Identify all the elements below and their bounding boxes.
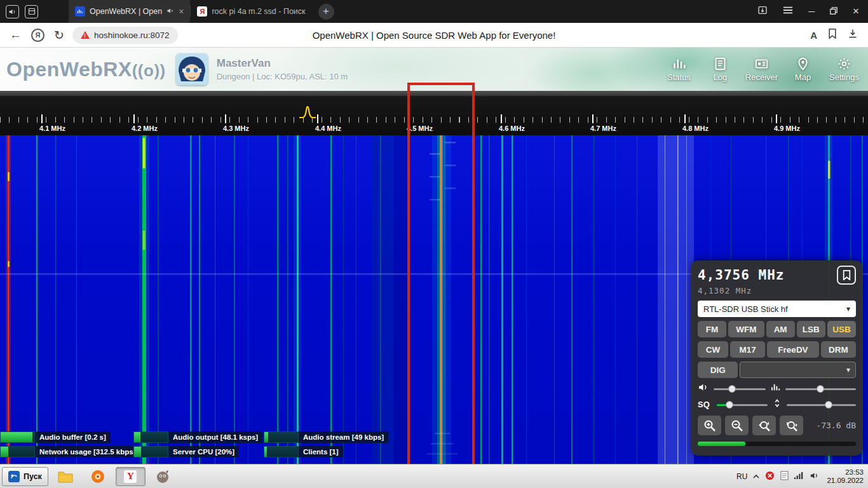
tab-openwebrx[interactable]: OpenWebRX | Open ×	[69, 0, 190, 23]
back-icon[interactable]: ←	[10, 28, 22, 42]
scale-label: 4.6 MHz	[499, 125, 525, 132]
date: 21.09.2022	[827, 477, 864, 485]
scale-label: 4.9 MHz	[774, 125, 800, 132]
gimp-icon	[156, 470, 170, 484]
mode-button-drm[interactable]: DRM	[821, 341, 856, 358]
url-text: hoshinokoe.ru:8072	[94, 30, 170, 40]
zoom-fit-button[interactable]	[752, 416, 776, 435]
squelch-auto-icon[interactable]	[773, 398, 782, 410]
browser-addressbar: ← Я ↻ ! hoshinokoe.ru:8072 OpenWebRX | O…	[0, 23, 868, 48]
nav-settings[interactable]: Settings	[827, 57, 862, 82]
secondary-frequency-display: 4,1302 MHz	[698, 286, 856, 295]
zoom-in-button[interactable]	[698, 416, 721, 435]
zoom-full-button[interactable]	[780, 416, 803, 435]
tab-search[interactable]: Я rock pi 4a m.2 ssd - Поиск	[191, 0, 311, 23]
passband-indicator[interactable]	[299, 106, 316, 121]
zoom-in-icon	[703, 419, 716, 432]
yandex-browser-icon: Y	[123, 470, 137, 484]
waterfall-min-slider[interactable]	[787, 400, 856, 410]
start-button[interactable]: Пуск	[2, 467, 48, 486]
mode-button-usb[interactable]: USB	[827, 321, 856, 337]
url-bar[interactable]: ! hoshinokoe.ru:8072	[72, 27, 178, 44]
status-audio-stream: Audio stream [49 kbps]	[264, 431, 388, 443]
tab-audio-icon[interactable]	[166, 6, 174, 17]
openwebrx-favicon	[75, 6, 85, 17]
zoom-out-button[interactable]	[725, 416, 749, 435]
language-indicator[interactable]: RU	[736, 472, 747, 481]
close-button[interactable]: ×	[853, 5, 859, 18]
mode-button-freedv[interactable]: FreeDV	[767, 341, 819, 358]
volume-slider[interactable]	[714, 384, 766, 394]
taskbar-yandex-button[interactable]: Y	[116, 467, 146, 486]
taskbar-clock[interactable]: 23:53 21.09.2022	[827, 468, 864, 485]
zoom-full-icon	[785, 419, 798, 432]
security-alert-icon[interactable]	[765, 471, 775, 482]
tab-panel-icon[interactable]	[25, 5, 38, 18]
page-title: OpenWebRX | Open Source SDR Web App for …	[313, 30, 556, 41]
sdr-device-select[interactable]: RTL-SDR USB Stick hf▾	[698, 301, 856, 317]
mode-button-cw[interactable]: CW	[698, 341, 728, 358]
logo-antenna-icon: ((o))	[132, 61, 166, 80]
mode-button-m17[interactable]: M17	[730, 341, 765, 358]
new-tab-button[interactable]: +	[318, 4, 334, 20]
status-server-cpu: Server CPU [20%]	[133, 446, 239, 458]
bookmark-icon[interactable]	[828, 29, 837, 41]
settings-icon	[837, 57, 851, 71]
frequency-display[interactable]: 4,3756 MHz	[698, 268, 784, 283]
insecure-warning-icon[interactable]: !	[81, 31, 90, 39]
mode-button-am[interactable]: AM	[766, 321, 795, 337]
mode-button-dig[interactable]: DIG	[698, 362, 738, 378]
status-icon	[672, 57, 686, 71]
openwebrx-logo: OpenWebRX((o))	[6, 58, 166, 81]
log-icon	[714, 57, 727, 71]
restore-button[interactable]	[830, 6, 837, 17]
sidebar-toggle-icon[interactable]	[757, 5, 768, 18]
receiver-name: MasterVan	[217, 57, 348, 70]
progress-bar	[0, 446, 35, 458]
taskbar-gimp-button[interactable]	[148, 467, 178, 486]
progress-bar	[133, 431, 168, 443]
media-player-icon	[91, 470, 105, 484]
taskbar-explorer-button[interactable]	[51, 467, 81, 486]
bookmark-button[interactable]	[837, 266, 856, 285]
chevron-down-icon: ▾	[846, 304, 850, 313]
scale-label: 4.2 MHz	[132, 125, 158, 132]
speaker-window-icon[interactable]	[6, 5, 19, 18]
yandex-home-icon[interactable]: Я	[31, 29, 44, 42]
nav-log[interactable]: Log	[703, 57, 738, 82]
nav-map[interactable]: Map	[785, 57, 820, 82]
receiver-panel: 4,3756 MHz 4,1302 MHz RTL-SDR USB Stick …	[691, 261, 862, 456]
receiver-icon	[755, 57, 768, 71]
taskbar-media-button[interactable]	[83, 467, 113, 486]
volume-icon[interactable]	[698, 382, 709, 395]
progress-bar	[0, 431, 35, 443]
nav-receiver[interactable]: Receiver	[744, 57, 779, 82]
mode-button-lsb[interactable]: LSB	[797, 321, 825, 337]
progress-bar	[264, 446, 299, 458]
waterfall-max-slider[interactable]	[785, 384, 856, 394]
menu-icon[interactable]	[783, 6, 793, 17]
nav-status[interactable]: Status	[661, 57, 696, 82]
waterfall-auto-icon[interactable]	[771, 383, 780, 395]
progress-bar	[264, 431, 299, 443]
digital-mode-select[interactable]: ▾	[740, 362, 856, 378]
download-icon[interactable]	[848, 29, 858, 41]
tray-document-icon[interactable]	[780, 471, 789, 482]
receiver-avatar	[176, 53, 208, 85]
time: 23:53	[827, 468, 864, 477]
translate-icon[interactable]: A	[810, 30, 817, 41]
refresh-icon[interactable]: ↻	[54, 28, 64, 43]
status-audio-buffer: Audio buffer [0.2 s]	[0, 431, 111, 443]
tab-close-icon[interactable]: ×	[179, 6, 184, 17]
mode-button-fm[interactable]: FM	[698, 321, 726, 337]
tray-expand-icon[interactable]	[753, 472, 759, 481]
signal-meter-fill	[698, 442, 745, 446]
squelch-label: SQ	[698, 400, 712, 409]
bookmark-icon	[843, 270, 851, 280]
minimize-button[interactable]: ─	[808, 6, 815, 17]
mode-button-wfm[interactable]: WFM	[728, 321, 764, 337]
speaker-icon[interactable]	[810, 471, 819, 482]
signal-level-readout: -73.6 dB	[816, 421, 856, 430]
network-icon[interactable]	[794, 471, 804, 482]
squelch-slider[interactable]	[717, 400, 768, 410]
